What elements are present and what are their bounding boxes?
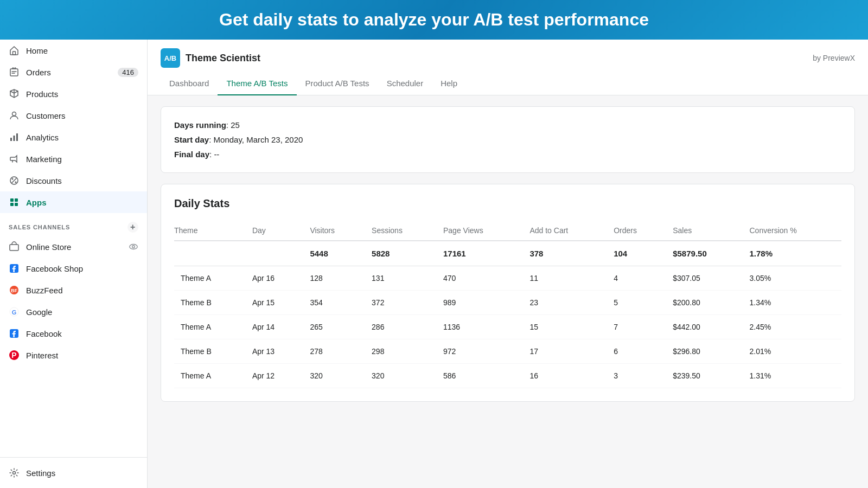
facebook-shop-icon: [9, 263, 20, 274]
table-header-row: Theme Day Visitors Sessions Page Views A…: [174, 221, 841, 241]
totals-row: 5448 5828 17161 378 104 $5879.50 1.78%: [174, 241, 841, 266]
table-row: Theme B Apr 15 354 372 989 23 5 $200.80 …: [174, 291, 841, 315]
sidebar-label-settings: Settings: [26, 468, 55, 478]
svg-text:P: P: [11, 351, 16, 359]
sidebar-label-google: Google: [26, 307, 52, 317]
stats-title: Daily Stats: [174, 197, 841, 210]
tab-dashboard[interactable]: Dashboard: [161, 72, 218, 95]
svg-point-7: [15, 182, 17, 183]
orders-icon: [9, 67, 20, 78]
sidebar-item-facebook-shop[interactable]: Facebook Shop: [0, 258, 147, 279]
sidebar-label-home: Home: [26, 46, 48, 55]
table-row: Theme A Apr 16 128 131 470 11 4 $307.05 …: [174, 266, 841, 291]
sidebar-item-discounts[interactable]: Discounts: [0, 170, 147, 191]
sidebar-item-marketing[interactable]: Marketing: [0, 148, 147, 170]
sidebar-label-pinterest: Pinterest: [26, 351, 58, 360]
svg-rect-11: [15, 203, 18, 206]
buzzfeed-icon: BF: [9, 285, 20, 296]
sidebar-item-facebook[interactable]: Facebook: [0, 323, 147, 344]
eye-icon: [129, 242, 138, 252]
col-page-views: Page Views: [437, 221, 523, 241]
sidebar-label-buzzfeed: BuzzFeed: [26, 286, 63, 295]
sidebar-item-google[interactable]: G Google: [0, 301, 147, 323]
home-icon: [9, 45, 20, 56]
sidebar-label-discounts: Discounts: [26, 176, 62, 185]
tab-help[interactable]: Help: [432, 72, 466, 95]
info-card: Days running: 25 Start day: Monday, Marc…: [161, 106, 855, 173]
sidebar-item-analytics[interactable]: Analytics: [0, 126, 147, 148]
sidebar-label-marketing: Marketing: [26, 155, 62, 164]
sidebar-item-home[interactable]: Home: [0, 40, 147, 61]
svg-point-2: [12, 112, 16, 116]
total-visitors: 5448: [303, 241, 365, 266]
sidebar-item-orders[interactable]: Orders 416: [0, 61, 147, 83]
col-visitors: Visitors: [303, 221, 365, 241]
svg-point-6: [12, 178, 14, 180]
sidebar-item-customers[interactable]: Customers: [0, 105, 147, 126]
discounts-icon: [9, 175, 20, 186]
by-label: by PreviewX: [813, 54, 855, 62]
sidebar-item-online-store[interactable]: Online Store: [0, 236, 147, 258]
sidebar-label-online-store: Online Store: [26, 242, 71, 252]
svg-rect-4: [14, 136, 15, 141]
svg-rect-5: [16, 133, 18, 141]
col-orders: Orders: [607, 221, 666, 241]
online-store-icon: [9, 241, 20, 252]
sidebar-item-buzzfeed[interactable]: BF BuzzFeed: [0, 279, 147, 301]
app-header: A/B Theme Scientist by PreviewX Dashboar…: [148, 40, 868, 95]
start-day: Start day: Monday, March 23, 2020: [174, 132, 841, 147]
app-logo-area: A/B Theme Scientist: [161, 48, 260, 68]
total-orders: 104: [607, 241, 666, 266]
sales-channels-header: SALES CHANNELS +: [0, 213, 147, 236]
sidebar-item-settings[interactable]: Settings: [0, 462, 147, 484]
svg-rect-10: [10, 203, 14, 206]
svg-rect-0: [13, 52, 16, 55]
apps-icon: [9, 197, 20, 208]
svg-rect-1: [10, 69, 18, 76]
total-page-views: 17161: [437, 241, 523, 266]
pinterest-icon: P: [9, 350, 20, 361]
content-area: A/B Theme Scientist by PreviewX Dashboar…: [148, 40, 868, 488]
app-logo: A/B: [161, 48, 180, 68]
final-day: Final day: --: [174, 147, 841, 162]
sidebar-item-products[interactable]: Products: [0, 83, 147, 105]
col-theme: Theme: [174, 221, 246, 241]
app-header-top: A/B Theme Scientist by PreviewX: [161, 40, 855, 68]
sidebar-label-apps: Apps: [26, 198, 47, 207]
sidebar-item-apps[interactable]: Apps: [0, 191, 147, 213]
svg-text:G: G: [12, 309, 17, 316]
days-running: Days running: 25: [174, 118, 841, 132]
top-banner: Get daily stats to analyze your A/B test…: [0, 0, 868, 40]
app-title: Theme Scientist: [186, 53, 260, 64]
svg-rect-8: [10, 198, 14, 202]
marketing-icon: [9, 153, 20, 164]
facebook-icon: [9, 328, 20, 339]
svg-rect-9: [15, 198, 18, 202]
tab-product-ab-tests[interactable]: Product A/B Tests: [297, 72, 378, 95]
settings-icon: [9, 467, 20, 478]
table-row: Theme B Apr 13 278 298 972 17 6 $296.80 …: [174, 339, 841, 364]
main-layout: Home Orders 416 Products: [0, 40, 868, 488]
sidebar-settings-section: Settings: [0, 457, 147, 488]
col-day: Day: [246, 221, 304, 241]
add-sales-channel-button[interactable]: +: [127, 222, 138, 233]
col-sessions: Sessions: [365, 221, 437, 241]
tab-theme-ab-tests[interactable]: Theme A/B Tests: [218, 72, 296, 95]
google-icon: G: [9, 306, 20, 317]
sidebar-item-pinterest[interactable]: P Pinterest: [0, 344, 147, 366]
svg-rect-3: [10, 138, 12, 141]
sidebar-label-facebook: Facebook: [26, 329, 62, 338]
customers-icon: [9, 110, 20, 121]
total-add-to-cart: 378: [523, 241, 607, 266]
svg-point-13: [130, 245, 137, 249]
total-conversion: 1.78%: [743, 241, 842, 266]
col-conversion: Conversion %: [743, 221, 842, 241]
main-content: Days running: 25 Start day: Monday, Marc…: [148, 95, 868, 413]
sidebar-label-facebook-shop: Facebook Shop: [26, 264, 83, 273]
stats-card: Daily Stats Theme Day Visitors Sessions …: [161, 184, 855, 402]
svg-point-14: [132, 246, 135, 248]
orders-badge: 416: [118, 68, 138, 77]
analytics-icon: [9, 132, 20, 143]
tab-scheduler[interactable]: Scheduler: [378, 72, 432, 95]
stats-table: Theme Day Visitors Sessions Page Views A…: [174, 221, 841, 388]
